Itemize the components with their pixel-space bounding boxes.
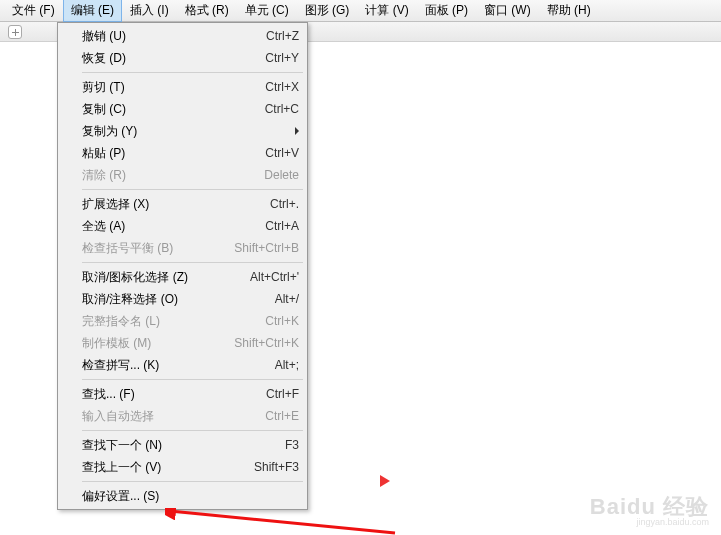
menu-item-label: 完整指令名 (L) — [82, 313, 247, 330]
menu-item-label: 剪切 (T) — [82, 79, 247, 96]
menu-item-13[interactable]: 取消/图标化选择 (Z)Alt+Ctrl+' — [60, 266, 305, 288]
menu-separator — [82, 262, 303, 263]
menu-separator — [82, 430, 303, 431]
menu-item-shortcut: Delete — [246, 168, 299, 182]
menu-item-label: 查找上一个 (V) — [82, 459, 236, 476]
menu-item-label: 扩展选择 (X) — [82, 196, 252, 213]
menu-item-shortcut: Ctrl+V — [247, 146, 299, 160]
menu-item-7: 清除 (R)Delete — [60, 164, 305, 186]
menubar-item-4[interactable]: 单元 (C) — [237, 0, 297, 22]
menu-item-3[interactable]: 剪切 (T)Ctrl+X — [60, 76, 305, 98]
menubar-item-6[interactable]: 计算 (V) — [357, 0, 416, 22]
menu-item-label: 复制 (C) — [82, 101, 247, 118]
menu-item-shortcut: Ctrl+. — [252, 197, 299, 211]
menu-item-11: 检查括号平衡 (B)Shift+Ctrl+B — [60, 237, 305, 259]
menu-item-16: 制作模板 (M)Shift+Ctrl+K — [60, 332, 305, 354]
menu-item-shortcut: Ctrl+X — [247, 80, 299, 94]
menubar-item-2[interactable]: 插入 (I) — [122, 0, 177, 22]
menu-item-10[interactable]: 全选 (A)Ctrl+A — [60, 215, 305, 237]
menu-item-15: 完整指令名 (L)Ctrl+K — [60, 310, 305, 332]
menu-item-1[interactable]: 恢复 (D)Ctrl+Y — [60, 47, 305, 69]
edit-menu-dropdown: 撤销 (U)Ctrl+Z恢复 (D)Ctrl+Y剪切 (T)Ctrl+X复制 (… — [57, 22, 308, 510]
menu-item-4[interactable]: 复制 (C)Ctrl+C — [60, 98, 305, 120]
menu-item-shortcut: Ctrl+Y — [247, 51, 299, 65]
menu-item-19[interactable]: 查找... (F)Ctrl+F — [60, 383, 305, 405]
menu-item-label: 检查拼写... (K) — [82, 357, 257, 374]
menu-item-label: 取消/图标化选择 (Z) — [82, 269, 232, 286]
menu-item-shortcut: Shift+Ctrl+B — [216, 241, 299, 255]
menubar-item-7[interactable]: 面板 (P) — [417, 0, 476, 22]
menu-item-25[interactable]: 偏好设置... (S) — [60, 485, 305, 507]
menubar-item-8[interactable]: 窗口 (W) — [476, 0, 539, 22]
menu-item-label: 输入自动选择 — [82, 408, 247, 425]
menu-item-shortcut: F3 — [267, 438, 299, 452]
menu-item-shortcut: Ctrl+Z — [248, 29, 299, 43]
menu-item-label: 恢复 (D) — [82, 50, 247, 67]
menu-item-shortcut: Alt+/ — [257, 292, 299, 306]
menu-separator — [82, 379, 303, 380]
menu-item-shortcut: Ctrl+F — [248, 387, 299, 401]
menu-item-shortcut: Shift+F3 — [236, 460, 299, 474]
menu-item-5[interactable]: 复制为 (Y) — [60, 120, 305, 142]
menu-item-shortcut: Ctrl+K — [247, 314, 299, 328]
menu-separator — [82, 189, 303, 190]
menu-separator — [82, 72, 303, 73]
plus-icon[interactable] — [8, 25, 22, 39]
menu-item-label: 查找... (F) — [82, 386, 248, 403]
menubar: 文件 (F)编辑 (E)插入 (I)格式 (R)单元 (C)图形 (G)计算 (… — [0, 0, 721, 22]
menu-item-label: 查找下一个 (N) — [82, 437, 267, 454]
menu-item-shortcut: Ctrl+A — [247, 219, 299, 233]
menu-item-23[interactable]: 查找上一个 (V)Shift+F3 — [60, 456, 305, 478]
menu-item-label: 清除 (R) — [82, 167, 246, 184]
menu-item-label: 粘贴 (P) — [82, 145, 247, 162]
menu-item-0[interactable]: 撤销 (U)Ctrl+Z — [60, 25, 305, 47]
menu-item-shortcut: Ctrl+C — [247, 102, 299, 116]
menubar-item-3[interactable]: 格式 (R) — [177, 0, 237, 22]
menu-item-14[interactable]: 取消/注释选择 (O)Alt+/ — [60, 288, 305, 310]
menu-item-label: 撤销 (U) — [82, 28, 248, 45]
menu-item-22[interactable]: 查找下一个 (N)F3 — [60, 434, 305, 456]
menubar-item-5[interactable]: 图形 (G) — [297, 0, 358, 22]
menu-item-6[interactable]: 粘贴 (P)Ctrl+V — [60, 142, 305, 164]
menu-item-shortcut: Ctrl+E — [247, 409, 299, 423]
menu-item-9[interactable]: 扩展选择 (X)Ctrl+. — [60, 193, 305, 215]
menu-item-label: 取消/注释选择 (O) — [82, 291, 257, 308]
menu-item-label: 偏好设置... (S) — [82, 488, 299, 505]
menu-item-label: 全选 (A) — [82, 218, 247, 235]
menubar-item-9[interactable]: 帮助 (H) — [539, 0, 599, 22]
menu-item-shortcut: Alt+; — [257, 358, 299, 372]
chevron-right-icon — [295, 127, 299, 135]
menu-item-20: 输入自动选择Ctrl+E — [60, 405, 305, 427]
menu-item-shortcut: Alt+Ctrl+' — [232, 270, 299, 284]
menubar-item-1[interactable]: 编辑 (E) — [63, 0, 122, 22]
menu-item-label: 制作模板 (M) — [82, 335, 216, 352]
menu-item-label: 检查括号平衡 (B) — [82, 240, 216, 257]
menu-item-shortcut: Shift+Ctrl+K — [216, 336, 299, 350]
menu-separator — [82, 481, 303, 482]
menu-item-17[interactable]: 检查拼写... (K)Alt+; — [60, 354, 305, 376]
menu-item-label: 复制为 (Y) — [82, 123, 299, 140]
menubar-item-0[interactable]: 文件 (F) — [4, 0, 63, 22]
